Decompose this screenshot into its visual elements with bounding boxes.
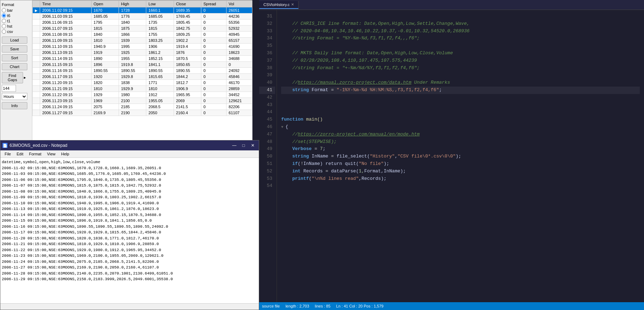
find-gaps-button[interactable]: Find Gaps: [2, 72, 23, 83]
col-vol[interactable]: Vol: [227, 1, 252, 7]
data-table-area: Time Open High Low Close Spread Vol ▶200…: [32, 0, 252, 140]
cell-spread: 0: [201, 104, 226, 110]
status-length: length : 2,703: [285, 304, 309, 308]
cell-time: 2006.11.23 09:15: [40, 98, 92, 104]
cell-high: 2100: [119, 98, 146, 104]
row-arrow: [33, 80, 40, 86]
code-line-47: //https://zorro-project.com/manual/en/mo…: [281, 131, 640, 138]
table-row[interactable]: 2006.11.21 09:1518101929.918101906.90288…: [33, 86, 252, 92]
format-t1-radio[interactable]: [2, 19, 6, 23]
gaps-number-input[interactable]: [2, 85, 16, 92]
notepad-titlebar: 📄 63MOONS_eod.csv - Notepad — □ ✕: [0, 140, 259, 150]
cell-time: 2006.11.08 09:15: [40, 32, 92, 38]
col-open[interactable]: Open: [91, 1, 119, 7]
line-number-37: 37: [259, 57, 275, 65]
menu-format[interactable]: Format: [26, 151, 44, 157]
col-close[interactable]: Close: [174, 1, 201, 7]
status-ln-col: Ln : 41 Col : 20 Pos : 1,579: [336, 304, 383, 308]
table-row[interactable]: 2006.11.06 09:151795184017351805.4505535…: [33, 20, 252, 26]
line-number-32: 32: [259, 20, 275, 28]
table-row[interactable]: 2006.11.08 09:151840186617551809.2504094…: [33, 32, 252, 38]
table-row[interactable]: 2006.11.09 09:15181019391803.251902.2065…: [33, 38, 252, 44]
row-arrow: [33, 50, 40, 56]
cell-open: 1795: [91, 20, 119, 26]
cell-open: 1890.55: [91, 68, 119, 74]
info-button[interactable]: Info: [2, 102, 27, 109]
format-t6-radio[interactable]: [2, 13, 6, 18]
table-row[interactable]: 2006.11.23 09:15196921001955.05206901296…: [33, 98, 252, 104]
cell-time: 2006.11.15 09:15: [40, 62, 92, 68]
col-arrow: [33, 1, 40, 7]
cell-high: 1840: [119, 20, 146, 26]
sort-button[interactable]: Sort: [2, 54, 27, 61]
cell-spread: 0: [201, 98, 226, 104]
cell-open: 2169.9: [91, 110, 119, 116]
col-low[interactable]: Low: [146, 1, 174, 7]
line-number-41: 41: [259, 87, 275, 94]
line-numbers: 3132333435363738394041424344454647484950…: [259, 10, 277, 302]
format-csv-option[interactable]: csv: [2, 29, 31, 34]
table-row[interactable]: 2006.11.22 09:151929198019121965.9503445…: [33, 92, 252, 98]
load-button[interactable]: Load: [2, 37, 27, 44]
table-row[interactable]: 2006.11.14 09:15189019551852.151870.5034…: [33, 56, 252, 62]
notepad-content[interactable]: datetime,symbol,open,high,low,close,volu…: [0, 158, 259, 303]
save-button[interactable]: Save: [2, 45, 27, 52]
menu-help[interactable]: Help: [58, 151, 72, 157]
cell-close: 1844.2: [174, 74, 201, 80]
format-bar-radio[interactable]: [2, 8, 6, 12]
cell-time: 2006.11.13 09:15: [40, 50, 92, 56]
trading-data-panel: Format bar t6 t1 hst csv Load: [0, 0, 252, 140]
chart-button[interactable]: Chart: [2, 63, 27, 70]
cell-low: 2068.5: [146, 104, 174, 110]
table-row[interactable]: 2006.11.03 09:151685.0517761685.051769.4…: [33, 13, 252, 20]
cell-spread: 0: [201, 50, 226, 56]
table-row[interactable]: 2006.11.20 09:151820183817711812.7046170: [33, 80, 252, 86]
format-csv-radio[interactable]: [2, 29, 6, 34]
line-number-48: 48: [259, 138, 275, 146]
table-row[interactable]: 2006.11.13 09:15191919251861.21876018623: [33, 50, 252, 56]
cell-high: 1980: [119, 92, 146, 98]
cell-low: 1852.15: [146, 56, 174, 62]
maximize-button[interactable]: □: [240, 142, 247, 149]
hours-dropdown[interactable]: Hours: [2, 93, 27, 100]
cell-open: 1810: [91, 86, 119, 92]
col-spread[interactable]: Spread: [201, 1, 226, 7]
table-row[interactable]: 2006.11.15 09:1518961919.81841.11850.650…: [33, 62, 252, 68]
tab-close-icon[interactable]: ✕: [291, 2, 294, 6]
status-lines: lines : 85: [315, 304, 331, 308]
notepad-icon: 📄: [2, 143, 7, 148]
cell-spread: 0: [201, 13, 226, 20]
menu-edit[interactable]: Edit: [14, 151, 26, 157]
table-row[interactable]: 2006.11.10 09:151940.9199519061919.40416…: [33, 44, 252, 50]
format-t6-option[interactable]: t6: [2, 13, 31, 18]
cell-vol: 52932: [227, 26, 252, 32]
table-row[interactable]: 2006.11.16 09:151890.551890.551890.55189…: [33, 68, 252, 74]
format-hst-option[interactable]: hst: [2, 24, 31, 28]
cell-time: 2006.11.16 09:15: [40, 68, 92, 74]
table-row[interactable]: ▶2006.11.02 09:15167017281660.11689.3502…: [33, 7, 252, 13]
format-bar-option[interactable]: bar: [2, 8, 31, 12]
format-t1-option[interactable]: t1: [2, 19, 31, 23]
table-row[interactable]: 2006.11.27 09:152169.9219020502160.40611…: [33, 110, 252, 116]
editor-tab-csvtohistory[interactable]: CSVtoHistory.c ✕: [259, 1, 299, 9]
code-content[interactable]: // CHRIS_ICE line format: Date,Open,High…: [277, 10, 644, 302]
data-table: Time Open High Low Close Spread Vol ▶200…: [32, 0, 252, 116]
col-time[interactable]: Time: [40, 1, 92, 7]
minimize-button[interactable]: —: [230, 142, 238, 149]
menu-file[interactable]: File: [2, 151, 14, 157]
cell-time: 2006.11.17 09:15: [40, 74, 92, 80]
format-hst-radio[interactable]: [2, 24, 6, 28]
cell-low: 1755: [146, 32, 174, 38]
table-row[interactable]: 2006.11.07 09:151815187518151842.7505293…: [33, 26, 252, 32]
cell-open: 1919: [91, 50, 119, 56]
col-high[interactable]: High: [119, 1, 146, 7]
code-line-51: if(!InName) return quit("No file");: [281, 160, 640, 168]
table-row[interactable]: 2006.11.17 09:1519201929.81815.651844.20…: [33, 74, 252, 80]
cell-close: 1902.2: [174, 38, 201, 44]
table-row[interactable]: 2006.11.24 09:15207521852068.52141.50822…: [33, 104, 252, 110]
cell-low: 1735: [146, 20, 174, 26]
fold-icon[interactable]: ▼: [281, 124, 285, 130]
close-button[interactable]: ✕: [249, 142, 257, 149]
cell-close: 1769.45: [174, 13, 201, 20]
menu-view[interactable]: View: [44, 151, 59, 157]
